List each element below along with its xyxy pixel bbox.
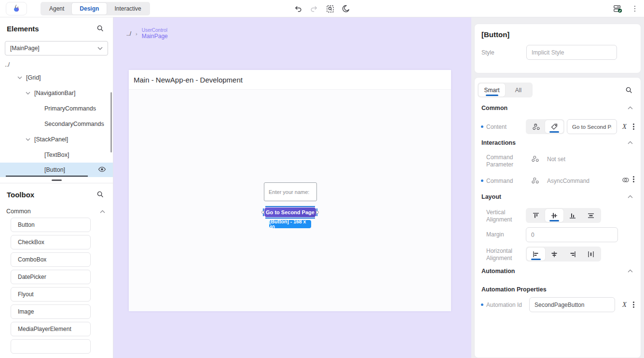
align-vcenter-icon[interactable] [545,209,563,222]
flame-icon [13,4,20,14]
xaml-x-icon[interactable]: X [622,301,627,309]
properties-search-icon[interactable] [624,85,634,95]
tree-item-button-selected[interactable]: [Button] [0,163,113,177]
selection-rectangle[interactable]: Go to Second Page [263,206,317,219]
tab-agent[interactable]: Agent [41,3,72,14]
resize-handle-bottom-left[interactable] [263,216,265,219]
resize-handle-middle-right[interactable] [316,211,319,214]
chevron-up-icon [100,210,105,213]
tree-item-stackpanel[interactable]: [StackPanel] [0,132,113,147]
eye-icon[interactable] [98,166,106,173]
align-hcenter-icon[interactable] [545,248,563,261]
content-set-indicator [481,125,483,128]
chevron-down-icon[interactable] [17,76,22,79]
command-link-icon[interactable] [621,176,630,184]
theme-moon-icon[interactable] [341,4,351,14]
command-set-indicator [481,179,483,182]
undo-icon[interactable] [293,4,303,14]
resize-handle-bottom-right[interactable] [315,216,317,219]
design-canvas[interactable]: ../ › UserControl MainPage Main - NewApp… [113,17,471,358]
canvas-textbox[interactable] [264,182,317,201]
align-hstretch-icon[interactable] [582,248,600,261]
toolbox-item-label: Button [18,221,35,228]
automation-id-set-indicator [481,303,483,306]
tree-item-secondarycommands[interactable]: SecondaryCommands [0,116,113,132]
align-right-icon[interactable] [563,248,582,261]
tree-item-grid[interactable]: [Grid] [0,70,113,85]
tree-scrollbar[interactable] [110,92,112,152]
toolbox-item-button[interactable]: Button [11,218,91,232]
chevron-up-icon[interactable] [628,195,633,198]
element-tree: [Grid] [NavigationBar] PrimaryCommands S… [0,70,113,177]
content-more-icon[interactable] [633,124,634,130]
toolbox-item-mediaplayerelement[interactable]: MediaPlayerElement [11,322,91,336]
top-toolbar: Agent Design Interactive [0,0,644,17]
resize-handle-middle-left[interactable] [261,211,264,214]
align-bottom-icon[interactable] [563,209,582,222]
automation-id-more-icon[interactable] [633,302,634,308]
toolbox-search-icon[interactable] [96,190,105,199]
toolbox-section-common[interactable]: Common [0,203,113,218]
section-layout[interactable]: Layout [481,193,501,200]
tag-icon[interactable] [545,120,563,133]
toolbox-item-image[interactable]: Image [11,304,91,319]
tasks-status-icon[interactable] [613,4,623,14]
margin-input[interactable] [526,227,618,242]
binding-icon[interactable] [531,155,539,163]
content-mode-switcher [526,119,564,134]
automation-id-input[interactable] [529,297,615,312]
app-page-title: Main - NewApp-en - Development [134,76,243,84]
chevron-up-icon[interactable] [628,106,633,110]
xaml-x-icon[interactable]: X [622,123,627,131]
breadcrumb-current[interactable]: UserControl MainPage [142,28,168,39]
more-menu-icon[interactable] [634,6,636,12]
redo-icon[interactable] [309,4,319,14]
resize-handle-top-left[interactable] [263,206,265,208]
canvas-button[interactable]: Go to Second Page [264,207,316,217]
section-automation[interactable]: Automation [481,268,515,275]
toolbox-item-flyout[interactable]: Flyout [11,287,91,302]
toolbox-item-combobox[interactable]: ComboBox [11,252,91,267]
chevron-up-icon[interactable] [628,141,633,144]
command-value: AsyncCommand [547,178,589,184]
tree-item-primarycommands[interactable]: PrimaryCommands [0,101,113,116]
panel-splitter-handle[interactable] [52,179,62,181]
align-left-icon[interactable] [527,248,545,261]
binding-icon[interactable] [531,177,539,184]
command-parameter-label: Command Parameter [486,154,522,168]
chevron-down-icon[interactable] [26,92,30,95]
tree-item-navigationbar[interactable]: [NavigationBar] [0,85,113,101]
tree-item-label: [StackPanel] [34,136,68,143]
tree-item-label: SecondaryCommands [44,121,104,127]
tab-design[interactable]: Design [72,3,107,14]
app-logo[interactable] [6,2,27,15]
properties-card: Smart All Common Content [474,77,641,358]
resize-handle-top-right[interactable] [315,206,317,208]
page-selector-dropdown[interactable]: [MainPage] [5,41,108,55]
tab-smart[interactable]: Smart [479,83,505,96]
section-common[interactable]: Common [481,105,507,111]
tab-interactive[interactable]: Interactive [107,3,149,14]
binding-icon[interactable] [527,120,545,133]
content-value-input[interactable] [567,119,617,134]
breadcrumb-type: UserControl [142,28,168,33]
selected-element-title: [Button] [475,24,641,39]
zoom-to-selection-icon[interactable] [325,4,335,14]
tree-root-label[interactable]: ../ [5,61,113,68]
style-input[interactable] [526,45,617,60]
align-top-icon[interactable] [527,209,545,222]
breadcrumb-root[interactable]: ../ [126,30,131,37]
align-vstretch-icon[interactable] [582,209,600,222]
toolbox-item-datepicker[interactable]: DatePicker [11,270,91,284]
chevron-up-icon[interactable] [628,269,633,273]
section-interactions[interactable]: Interactions [481,139,516,146]
command-more-icon[interactable] [633,176,634,182]
tree-item-textbox[interactable]: [TextBox] [0,147,113,163]
elements-search-icon[interactable] [96,24,105,33]
toolbox-item-partial[interactable] [11,339,91,354]
tab-all[interactable]: All [505,83,532,96]
toolbox-item-checkbox[interactable]: CheckBox [11,235,91,249]
toolbox-section-label: Common [6,208,31,215]
breadcrumb-page: MainPage [142,33,168,40]
chevron-down-icon[interactable] [26,138,30,141]
